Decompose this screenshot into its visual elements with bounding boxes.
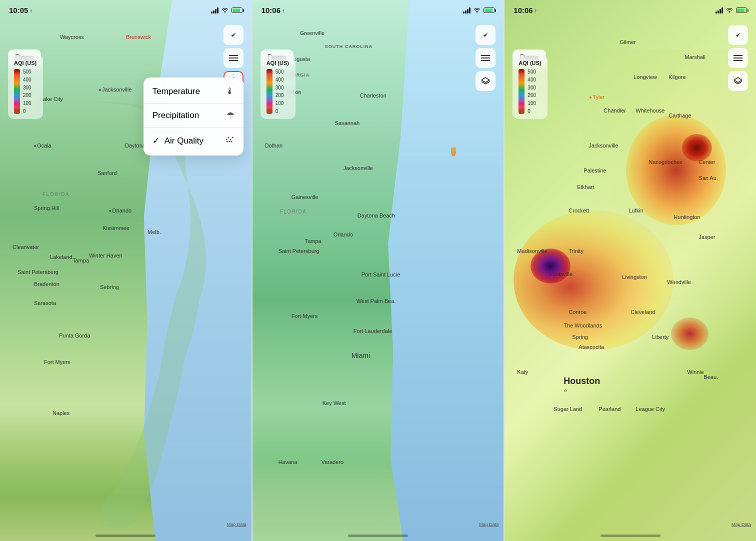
legend-scale-3: 500 400 300 200 100 0 <box>518 69 542 114</box>
map-data-3: Map Data <box>732 522 751 527</box>
svg-point-7 <box>226 141 228 142</box>
thermometer-icon: 🌡 <box>226 86 234 96</box>
legend-box-3: AQI (US) 500 400 300 200 100 0 <box>512 55 548 119</box>
air-quality-icon <box>224 134 234 147</box>
wifi-icon-3 <box>726 6 734 14</box>
list-button-3[interactable] <box>728 48 748 68</box>
legend-title-3: AQI (US) <box>518 60 542 66</box>
status-bar-1: 10:05 ↑ <box>0 6 252 14</box>
svg-point-8 <box>228 141 230 142</box>
location-button-1[interactable] <box>224 25 244 45</box>
signal-icon-3 <box>716 8 723 14</box>
location-button-2[interactable] <box>476 25 496 45</box>
umbrella-icon: ☂ <box>226 110 234 121</box>
dropdown-item-airquality[interactable]: ✓ Air Quality <box>144 128 244 154</box>
svg-point-5 <box>230 139 231 140</box>
air-quality-left: ✓ Air Quality <box>152 136 204 146</box>
battery-icon-1 <box>232 8 242 13</box>
dropdown-item-temperature[interactable]: Temperature 🌡 <box>144 80 244 104</box>
status-icons-2 <box>463 6 494 14</box>
legend-bar-1 <box>14 69 20 114</box>
dropdown-menu-1: Temperature 🌡 Precipitation ☂ ✓ Air Qual… <box>144 78 244 156</box>
phone-panel-1: 10:05 ↑ Done <box>0 0 252 541</box>
legend-bar-3 <box>518 69 524 114</box>
map-data-2: Map Data <box>479 522 498 527</box>
status-time-2: 10:06 ↑ <box>262 6 285 14</box>
home-indicator-3 <box>600 534 660 537</box>
svg-point-4 <box>228 137 229 138</box>
status-bar-3: 10:06 ↑ <box>504 6 756 14</box>
phone-panel-3: 10:06 ↑ Done <box>504 0 756 541</box>
air-quality-label: Air Quality <box>164 136 204 146</box>
signal-icon-1 <box>211 8 218 14</box>
svg-point-3 <box>226 139 227 140</box>
right-controls-2 <box>476 25 496 91</box>
layers-button-3[interactable] <box>728 71 748 91</box>
location-arrow-icon-2: ↑ <box>282 8 285 14</box>
legend-scale-1: 500 400 300 200 100 0 <box>14 69 37 114</box>
temperature-label: Temperature <box>152 86 200 96</box>
status-icons-1 <box>211 6 242 14</box>
right-controls-3 <box>728 25 748 91</box>
svg-point-9 <box>230 141 232 142</box>
location-arrow-icon-1: ↑ <box>30 8 32 14</box>
legend-scale-2: 500 400 300 200 100 0 <box>266 69 290 114</box>
checkmark-icon: ✓ <box>152 136 160 146</box>
dropdown-item-precipitation[interactable]: Precipitation ☂ <box>144 104 244 128</box>
map-data-1: Map Data <box>227 522 246 527</box>
home-indicator-1 <box>96 534 156 537</box>
status-icons-3 <box>716 6 747 14</box>
layers-button-2[interactable] <box>476 71 496 91</box>
list-button-2[interactable] <box>476 48 496 68</box>
svg-point-6 <box>232 137 233 138</box>
battery-icon-2 <box>484 8 494 13</box>
location-button-3[interactable] <box>728 25 748 45</box>
location-arrow-icon-3: ↑ <box>534 8 538 14</box>
list-button-1[interactable] <box>224 48 244 68</box>
legend-bar-2 <box>266 69 272 114</box>
legend-labels-1: 500 400 300 200 100 0 <box>23 69 32 114</box>
home-indicator-2 <box>348 534 408 537</box>
precipitation-label: Precipitation <box>152 110 200 120</box>
signal-icon-2 <box>463 8 470 14</box>
legend-title-2: AQI (US) <box>266 60 290 66</box>
legend-box-1: AQI (US) 500 400 300 200 100 0 <box>8 55 43 119</box>
legend-title-1: AQI (US) <box>14 60 37 66</box>
status-time-1: 10:05 ↑ <box>9 6 32 14</box>
phone-panel-2: 10:06 ↑ Done <box>252 0 504 541</box>
battery-icon-3 <box>736 8 747 13</box>
status-bar-2: 10:06 ↑ <box>252 6 504 14</box>
legend-labels-2: 500 400 300 200 100 0 <box>276 69 284 114</box>
status-time-3: 10:06 ↑ <box>514 6 537 14</box>
legend-labels-3: 500 400 300 200 100 0 <box>528 69 536 114</box>
wifi-icon-2 <box>473 6 481 14</box>
wifi-icon-1 <box>221 6 229 14</box>
legend-box-2: AQI (US) 500 400 300 200 100 0 <box>260 55 296 119</box>
